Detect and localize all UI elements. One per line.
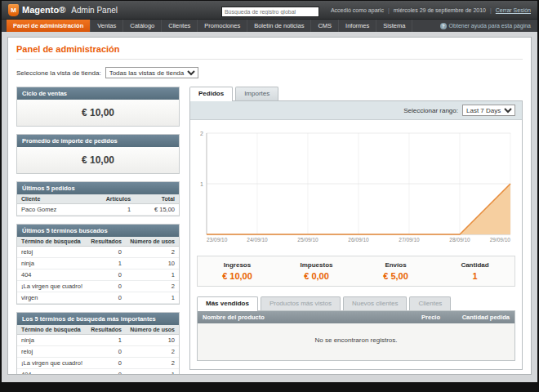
chart-tabs: PedidosImportes bbox=[189, 87, 523, 100]
table-row[interactable]: reloj02 bbox=[17, 346, 179, 358]
table-cell: 0 bbox=[87, 247, 126, 258]
nav-item-sistema[interactable]: Sistema bbox=[376, 20, 412, 32]
logout-link[interactable]: Cerrar Sesión bbox=[496, 7, 531, 13]
table-cell: 0 bbox=[87, 292, 126, 304]
nav-menu: Panel de administraciónVentasCatálogoCli… bbox=[7, 20, 412, 32]
table-row[interactable]: ¡La virgen que cuadro!02 bbox=[17, 281, 179, 292]
browser-frame: M Magento® Admin Panel Accedió como apar… bbox=[0, 0, 539, 392]
global-search-input[interactable] bbox=[221, 7, 319, 17]
nav-item-ventas[interactable]: Ventas bbox=[91, 20, 123, 32]
last-orders-table: ClienteArtículosTotalPaco Gomez1€ 15,00 bbox=[17, 194, 179, 216]
stat-ingresos: Ingresos€ 10,00 bbox=[198, 261, 277, 281]
logo-name: Magento® bbox=[22, 5, 65, 15]
range-select[interactable]: Last 7 Days bbox=[462, 105, 515, 116]
table-cell: ¡La virgen que cuadro! bbox=[17, 358, 87, 369]
table-cell: 404 bbox=[17, 270, 87, 281]
lifetime-sales-value: € 10,00 bbox=[17, 100, 179, 126]
svg-text:27/09/10: 27/09/10 bbox=[399, 237, 420, 243]
table-cell: 1 bbox=[87, 258, 126, 270]
current-date: miércoles 29 de septiembre de 2010 bbox=[394, 7, 486, 13]
table-cell: ninja bbox=[17, 258, 87, 270]
svg-text:23/09/10: 23/09/10 bbox=[207, 237, 228, 243]
table-cell: € 15,00 bbox=[135, 204, 179, 216]
table-cell: 1 bbox=[84, 204, 135, 216]
logged-in-as: Accedió como aparic bbox=[331, 7, 384, 13]
column-header: Cliente bbox=[17, 194, 84, 204]
table-row[interactable]: 40401 bbox=[17, 270, 179, 281]
nav-item-panel-de-administracion[interactable]: Panel de administración bbox=[7, 20, 91, 32]
column-header: Número de usos bbox=[126, 237, 179, 247]
grid-column-header: Precio bbox=[388, 311, 445, 323]
panel-title: Últimos 5 pedidos bbox=[17, 182, 179, 194]
table-cell: 2 bbox=[126, 281, 179, 292]
top-header: M Magento® Admin Panel Accedió como apar… bbox=[2, 1, 537, 20]
table-row[interactable]: ninja110 bbox=[17, 258, 179, 270]
magento-admin-page: M Magento® Admin Panel Accedió como apar… bbox=[2, 1, 537, 382]
tab-mas-vendidos[interactable]: Más vendidos bbox=[197, 296, 258, 311]
table-row[interactable]: reloj02 bbox=[17, 247, 179, 258]
store-view-select[interactable]: Todas las vistas de tienda bbox=[105, 67, 198, 78]
svg-text:25/09/10: 25/09/10 bbox=[297, 237, 318, 243]
table-cell: 1 bbox=[87, 335, 126, 346]
table-cell: ninja bbox=[17, 335, 87, 346]
table-row[interactable]: ninja110 bbox=[17, 335, 179, 346]
grid-tabs: Más vendidosProductos más vistosNuevos c… bbox=[197, 296, 515, 310]
table-cell: reloj bbox=[17, 346, 87, 358]
table-row[interactable]: ¡La virgen que cuadro!02 bbox=[17, 358, 179, 369]
stat-envios: Envíos€ 5,00 bbox=[356, 261, 435, 281]
stats-bar: Ingresos€ 10,00Impuestos€ 0,00Envíos€ 5,… bbox=[197, 256, 515, 287]
tab-clientes[interactable]: Clientes bbox=[409, 296, 451, 310]
tab-pedidos[interactable]: Pedidos bbox=[189, 87, 233, 101]
svg-text:2: 2 bbox=[200, 131, 203, 136]
svg-text:28/09/10: 28/09/10 bbox=[449, 237, 470, 243]
column-header: Término de búsqueda bbox=[17, 237, 87, 247]
stat-value: 1 bbox=[435, 271, 514, 281]
stat-impuestos: Impuestos€ 0,00 bbox=[277, 261, 356, 281]
last-search-terms-panel: Últimos 5 términos buscados Término de b… bbox=[16, 224, 180, 305]
nav-item-boletin-de-noticias[interactable]: Boletín de noticias bbox=[247, 20, 311, 32]
table-cell: virgen bbox=[17, 292, 87, 304]
magento-logo: M Magento® Admin Panel bbox=[8, 4, 118, 16]
grid-column-header: Nombre del producto bbox=[198, 311, 388, 323]
page-help-link[interactable]: ? Obtener ayuda para esta página bbox=[440, 20, 537, 32]
average-orders-value: € 10,00 bbox=[17, 147, 179, 173]
tab-productos-mas-vistos[interactable]: Productos más vistos bbox=[261, 296, 341, 310]
tab-nuevos-clientes[interactable]: Nuevos clientes bbox=[343, 296, 407, 310]
svg-text:29/09/10: 29/09/10 bbox=[490, 237, 511, 243]
table-row[interactable]: 40401 bbox=[17, 369, 179, 376]
column-header: Resultados bbox=[87, 325, 126, 335]
dashboard-columns: Ciclo de ventas € 10,00 Promedio de impo… bbox=[16, 87, 523, 375]
panel-title: Últimos 5 términos buscados bbox=[17, 225, 179, 237]
table-cell: 404 bbox=[17, 369, 87, 376]
header-user-info: Accedió como aparic | miércoles 29 de se… bbox=[331, 7, 531, 13]
table-cell: reloj bbox=[17, 247, 87, 258]
nav-item-catalogo[interactable]: Catálogo bbox=[123, 20, 162, 32]
nav-item-informes[interactable]: Informes bbox=[339, 20, 376, 32]
grid-column-header: Cantidad pedida bbox=[445, 311, 514, 323]
column-header: Artículos bbox=[84, 194, 135, 204]
separator: | bbox=[388, 7, 390, 13]
column-header: Resultados bbox=[87, 237, 126, 247]
column-header: Término de búsqueda bbox=[17, 325, 87, 335]
table-row[interactable]: Paco Gomez1€ 15,00 bbox=[17, 204, 179, 216]
stat-value: € 5,00 bbox=[356, 271, 435, 281]
table-row[interactable]: virgen01 bbox=[17, 292, 179, 304]
table-cell: 2 bbox=[126, 346, 179, 358]
stat-label: Ingresos bbox=[198, 261, 277, 269]
last-orders-panel: Últimos 5 pedidos ClienteArtículosTotalP… bbox=[16, 181, 180, 216]
column-header: Total bbox=[135, 194, 179, 204]
separator: | bbox=[490, 7, 492, 13]
store-view-label: Seleccione la vista de tienda: bbox=[16, 69, 101, 77]
top-search-terms-panel: Los 5 términos de búsqueda más important… bbox=[16, 312, 180, 375]
nav-item-cms[interactable]: CMS bbox=[311, 20, 339, 32]
nav-item-promociones[interactable]: Promociones bbox=[198, 20, 247, 32]
last-search-terms-table: Término de búsquedaResultadosNúmero de u… bbox=[17, 237, 179, 304]
tab-importes[interactable]: Importes bbox=[235, 87, 278, 100]
stat-label: Cantidad bbox=[435, 261, 514, 269]
stat-value: € 10,00 bbox=[198, 271, 277, 281]
stat-label: Envíos bbox=[356, 261, 435, 269]
nav-item-clientes[interactable]: Clientes bbox=[162, 20, 198, 32]
column-header: Número de usos bbox=[126, 325, 179, 335]
table-cell: 2 bbox=[126, 247, 179, 258]
svg-text:1: 1 bbox=[200, 181, 203, 187]
